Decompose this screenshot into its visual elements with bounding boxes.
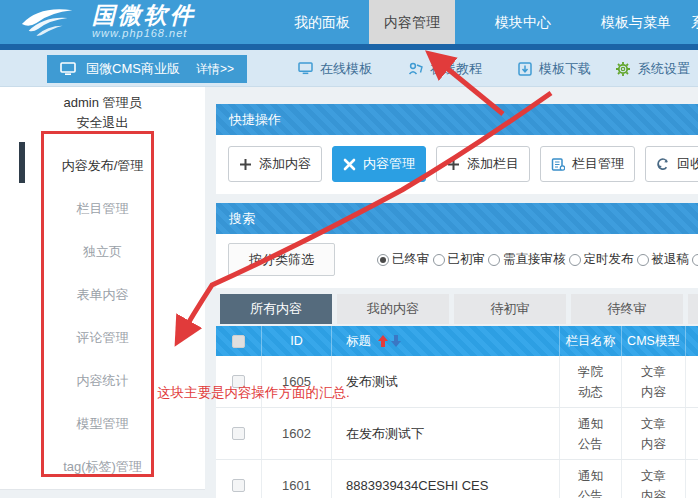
sidebar-item-standalone-page[interactable]: 独立页 <box>0 230 205 273</box>
table-row[interactable]: 1601 8883939434CESHI CES 通知 公告 文章 内容 <box>216 460 698 498</box>
cell-category: 通知 公告 <box>560 460 622 498</box>
cell-id: 1602 <box>262 408 332 459</box>
col-title: 标题 <box>332 326 560 356</box>
radio-icon <box>488 254 500 266</box>
sidebar-item-content-stats[interactable]: 内容统计 <box>0 359 205 402</box>
sidebar-menu: 内容发布/管理 栏目管理 独立页 表单内容 评论管理 内容统计 模型管理 tag… <box>0 144 205 488</box>
add-content-button[interactable]: 添加内容 <box>228 146 322 182</box>
cell-model: 文章 内容 <box>622 408 686 459</box>
cell-id: 1601 <box>262 460 332 498</box>
cms-admin-page: { "colors": { "accent_blue": "#2b9fe3", … <box>0 0 698 498</box>
col-id: ID <box>262 326 332 356</box>
monitor-icon <box>298 62 313 75</box>
nav-item-module-center[interactable]: 模块中心 <box>481 0 565 44</box>
quick-ops-body: 添加内容 内容管理 添加栏目 栏目管理 <box>216 135 698 194</box>
row-checkbox[interactable] <box>232 427 245 440</box>
brand-name: 国微软件 <box>92 3 196 27</box>
radio-option-recycle-bin[interactable]: 回收站 <box>692 251 698 268</box>
sidebar-item-category-manage[interactable]: 栏目管理 <box>0 187 205 230</box>
sort-icons <box>378 335 401 347</box>
toolbar-link-template-download[interactable]: 模板下载 <box>518 60 591 78</box>
radio-option-final-approved[interactable]: 已终审 <box>377 251 430 268</box>
clipboard-icon <box>551 157 565 171</box>
sidebar: admin 管理员 安全退出 内容发布/管理 栏目管理 独立页 表单内容 评论管… <box>0 87 205 498</box>
cell-model: 文章 内容 <box>622 356 686 407</box>
table-header: ID 标题 栏目名称 CMS模型 <box>216 326 698 356</box>
nav-item-my-panel[interactable]: 我的面板 <box>275 0 369 44</box>
sidebar-item-form-content[interactable]: 表单内容 <box>0 273 205 316</box>
search-title: 搜索 <box>216 203 698 234</box>
content-table: ID 标题 栏目名称 CMS模型 1605 发布测试 学院 动态 <box>216 326 698 498</box>
search-panel: 搜索 按分类筛选 已终审 已初审 需直接审核 定时发布 被退稿 回收站 所有未审… <box>216 203 698 288</box>
table-row[interactable]: 1602 在发布测试下 通知 公告 文章 内容 <box>216 408 698 460</box>
nav-item-system[interactable]: 系统 <box>683 0 698 44</box>
row-checkbox[interactable] <box>232 479 245 492</box>
main-content: 快捷操作 添加内容 内容管理 添加栏目 <box>205 87 698 498</box>
active-item-indicator <box>19 142 25 183</box>
cell-id: 1605 <box>262 356 332 407</box>
quick-ops-title: 快捷操作 <box>216 104 698 135</box>
recycle-icon <box>656 157 670 171</box>
toolbar-link-online-templates[interactable]: 在线模板 <box>298 60 372 78</box>
version-button[interactable]: 国微CMS商业版 详情>> <box>47 55 247 83</box>
category-manage-button[interactable]: 栏目管理 <box>540 146 635 182</box>
content-tabs: 所有内容 我的内容 待初审 待终审 需直接审核 <box>220 294 698 324</box>
sidebar-item-model-manage[interactable]: 模型管理 <box>0 402 205 445</box>
toolbar-link-system-settings[interactable]: 系统设置 <box>615 60 690 78</box>
tab-all-content[interactable]: 所有内容 <box>220 294 332 324</box>
sort-desc-icon[interactable] <box>391 335 401 347</box>
radio-option-scheduled[interactable]: 定时发布 <box>569 251 634 268</box>
search-body: 按分类筛选 已终审 已初审 需直接审核 定时发布 被退稿 回收站 所有未审核 <box>216 234 698 288</box>
plus-icon <box>447 158 460 171</box>
monitor-icon <box>60 62 76 76</box>
sort-asc-icon[interactable] <box>378 335 388 347</box>
radio-option-first-approved[interactable]: 已初审 <box>433 251 486 268</box>
sidebar-item-comment-manage[interactable]: 评论管理 <box>0 316 205 359</box>
radio-icon <box>692 254 698 266</box>
radio-icon <box>377 254 389 266</box>
logo-swoosh-icon <box>20 3 82 39</box>
sidebar-item-content-publish-manage[interactable]: 内容发布/管理 <box>0 144 205 187</box>
radio-icon <box>433 254 445 266</box>
cell-category: 通知 公告 <box>560 408 622 459</box>
tab-direct-review[interactable]: 需直接审核 <box>688 294 698 324</box>
radio-option-rejected[interactable]: 被退稿 <box>637 251 690 268</box>
select-all-checkbox[interactable] <box>232 335 245 348</box>
version-detail-link: 详情>> <box>196 61 234 78</box>
logo[interactable]: 国微软件 www.php168.net <box>20 3 196 39</box>
cell-title[interactable]: 发布测试 <box>332 356 560 407</box>
tab-my-content[interactable]: 我的内容 <box>337 294 449 324</box>
row-checkbox[interactable] <box>232 375 245 388</box>
download-icon <box>518 62 532 76</box>
toolbar-links: 在线模板 在线教程 模板下载 <box>298 50 690 87</box>
sidebar-user: admin 管理员 <box>0 94 205 112</box>
nav-item-template-menu[interactable]: 模板与菜单 <box>589 0 683 44</box>
nav-item-content-manage[interactable]: 内容管理 <box>369 0 455 44</box>
cell-title[interactable]: 在发布测试下 <box>332 408 560 459</box>
table-row[interactable]: 1605 发布测试 学院 动态 文章 内容 <box>216 356 698 408</box>
radio-icon <box>569 254 581 266</box>
tab-pending-final-review[interactable]: 待终审 <box>571 294 683 324</box>
tools-icon <box>343 158 356 171</box>
gear-icon <box>615 61 631 77</box>
cell-model: 文章 内容 <box>622 460 686 498</box>
secondary-toolbar: 国微CMS商业版 详情>> 在线模板 在线教程 模板下载 <box>0 50 698 87</box>
tab-pending-first-review[interactable]: 待初审 <box>454 294 566 324</box>
filter-by-category-button[interactable]: 按分类筛选 <box>228 243 335 276</box>
nav-items: 我的面板 内容管理 模块中心 模板与菜单 系统 <box>262 0 698 44</box>
brand-site: www.php168.net <box>92 27 196 39</box>
version-label: 国微CMS商业版 <box>86 60 180 78</box>
sidebar-item-tag-manage[interactable]: tag(标签)管理 <box>0 445 205 488</box>
recycle-bin-button[interactable]: 回收站 <box>645 146 698 182</box>
add-category-button[interactable]: 添加栏目 <box>436 146 530 182</box>
col-rest <box>686 326 698 356</box>
radio-option-direct-review[interactable]: 需直接审核 <box>488 251 566 268</box>
col-category: 栏目名称 <box>560 326 622 356</box>
plus-icon <box>239 158 252 171</box>
sidebar-logout-link[interactable]: 安全退出 <box>0 114 205 132</box>
tutorial-icon <box>408 62 423 76</box>
col-model: CMS模型 <box>622 326 686 356</box>
toolbar-link-online-tutorial[interactable]: 在线教程 <box>408 60 482 78</box>
cell-title[interactable]: 8883939434CESHI CES <box>332 460 560 498</box>
content-manage-button[interactable]: 内容管理 <box>332 146 426 182</box>
